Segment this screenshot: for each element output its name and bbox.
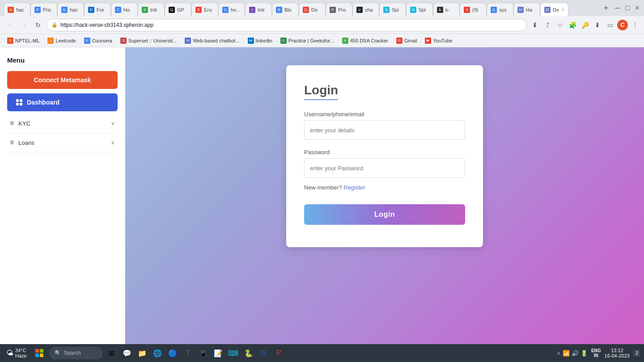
- username-input[interactable]: [304, 120, 465, 140]
- bookmark-coursera[interactable]: G Coursera: [80, 36, 116, 45]
- sidebar: Menu Connect Metamask Dashboard ≡ KYC ∨ …: [0, 47, 125, 344]
- tab-title-5: Ho: [123, 7, 130, 13]
- address-bar[interactable]: 🔒 https://hack-verse-cb3143.spheron.app: [47, 19, 527, 31]
- chevron-up-icon[interactable]: ∧: [557, 350, 561, 356]
- cast-icon[interactable]: ▭: [605, 20, 615, 30]
- login-button[interactable]: Login: [304, 204, 465, 225]
- tab-6[interactable]: S Inti: [138, 3, 165, 16]
- bookmark-linkedin[interactable]: in linkedin: [244, 36, 276, 45]
- tab-2[interactable]: P Pric: [30, 3, 57, 16]
- sidebar-item-loans[interactable]: ≡ Loans ∨: [7, 133, 118, 152]
- connect-metamask-button[interactable]: Connect Metamask: [7, 71, 118, 89]
- reload-button[interactable]: ↻: [32, 19, 44, 31]
- tab-18[interactable]: Y (9): [460, 3, 487, 16]
- tab-favicon-8: E: [195, 7, 202, 13]
- svg-rect-3: [40, 354, 43, 357]
- download2-icon[interactable]: ⬇: [592, 20, 603, 30]
- taskbar-system-tray: ∧ 📶 🔊 🔋 ENGIN 13:12 16-04-2023 2: [557, 348, 640, 358]
- bookmark-superset[interactable]: S Superset :: Universit...: [117, 36, 180, 45]
- taskbar-icon-widgets[interactable]: ⊞: [105, 346, 119, 360]
- bookmark-star-icon[interactable]: ☆: [555, 20, 565, 30]
- bookmark-nptel[interactable]: S NPTEL-ML: [4, 36, 43, 45]
- download-icon[interactable]: ⬇: [530, 20, 540, 30]
- notification-badge[interactable]: 2: [633, 349, 640, 357]
- sidebar-kyc-left: ≡ KYC: [10, 119, 30, 127]
- tab-13[interactable]: P Pro: [326, 3, 352, 16]
- tab-title-2: Pric: [43, 7, 51, 13]
- password-manager-icon[interactable]: 🔑: [580, 20, 590, 30]
- new-tab-button[interactable]: +: [601, 4, 611, 13]
- bookmarks-bar: S NPTEL-ML L Leetcode G Coursera S Super…: [0, 34, 644, 47]
- taskbar-icon-chrome[interactable]: 🔵: [165, 346, 180, 360]
- tab-favicon-6: S: [142, 7, 148, 13]
- minimize-button[interactable]: ─: [614, 5, 621, 11]
- profile-avatar[interactable]: C: [617, 20, 628, 30]
- tab-3[interactable]: G hac: [57, 3, 84, 16]
- dashboard-label: Dashboard: [27, 99, 59, 106]
- taskbar-icon-edge[interactable]: 🌐: [150, 346, 165, 360]
- taskbar-icon-teams[interactable]: T: [181, 346, 195, 360]
- taskbar-search-bar[interactable]: 🔍 Search: [49, 347, 103, 359]
- tab-12[interactable]: D Do: [299, 3, 326, 16]
- battery-icon[interactable]: 🔋: [580, 350, 588, 357]
- sidebar-item-kyc[interactable]: ≡ KYC ∨: [7, 114, 118, 133]
- bookmark-youtube[interactable]: ▶ YouTube: [421, 36, 456, 45]
- tab-10[interactable]: I Intr: [245, 3, 272, 16]
- bookmark-favicon-leetcode: L: [47, 38, 54, 44]
- tab-5[interactable]: C Ho: [111, 3, 138, 16]
- title-bar-buttons: + ─ □ ×: [601, 4, 640, 13]
- tab-15[interactable]: S Spi: [379, 3, 406, 16]
- password-input[interactable]: [304, 158, 465, 178]
- bookmark-450dsa[interactable]: 4 450 DSA Cracker: [339, 36, 392, 45]
- tab-16[interactable]: S Spl: [406, 3, 433, 16]
- taskbar-icon-explorer[interactable]: 📁: [135, 346, 149, 360]
- tab-title-8: Enc: [204, 7, 212, 13]
- tab-4[interactable]: F Fre: [84, 3, 111, 16]
- tab-1[interactable]: h hac: [4, 3, 30, 16]
- taskbar-icon-powerpoint[interactable]: P: [272, 346, 286, 360]
- taskbar-icon-whatsapp[interactable]: 📱: [196, 346, 210, 360]
- clock-time: 13:12: [605, 348, 630, 353]
- chevron-down-icon-kyc: ∨: [111, 120, 115, 126]
- tab-7[interactable]: G GP: [165, 3, 191, 16]
- maximize-button[interactable]: □: [624, 5, 631, 11]
- close-button[interactable]: ×: [634, 5, 640, 11]
- tab-favicon-9: G: [222, 7, 229, 13]
- language-indicator[interactable]: ENGIN: [591, 348, 601, 358]
- bookmark-label-450dsa: 450 DSA Cracker: [350, 38, 388, 43]
- tab-8[interactable]: E Enc: [191, 3, 218, 16]
- volume-icon[interactable]: 🔊: [572, 350, 579, 357]
- taskbar-icon-chat[interactable]: 💬: [120, 346, 134, 360]
- bookmark-leetcode[interactable]: L Leetcode: [44, 36, 79, 45]
- share-icon[interactable]: ⤴: [542, 20, 553, 30]
- back-button[interactable]: ←: [4, 19, 15, 31]
- taskbar-icon-dev[interactable]: ⌨: [226, 346, 241, 360]
- tab-favicon-3: G: [61, 7, 68, 13]
- tab-11[interactable]: B Blo: [272, 3, 299, 16]
- tab-20[interactable]: H Ha: [513, 3, 540, 16]
- bookmark-gmail[interactable]: G Gmail: [393, 36, 421, 45]
- taskbar-icon-notes[interactable]: 📝: [211, 346, 225, 360]
- loans-label: Loans: [18, 139, 34, 146]
- tab-17[interactable]: k k-: [433, 3, 460, 16]
- password-label: Password: [304, 149, 465, 156]
- network-icon[interactable]: 📶: [563, 350, 570, 357]
- register-link[interactable]: Register: [343, 184, 365, 191]
- tab-favicon-14: c: [356, 7, 363, 13]
- taskbar-icon-pycharm[interactable]: 🐍: [242, 346, 256, 360]
- tab-14[interactable]: c cha: [352, 3, 379, 16]
- tab-9[interactable]: G ho...: [218, 3, 245, 16]
- start-button[interactable]: [31, 345, 47, 361]
- forward-button[interactable]: →: [18, 19, 30, 31]
- bookmark-geeksforgeeks[interactable]: G Practice | Geeksfor...: [277, 36, 338, 45]
- extensions-icon[interactable]: 🧩: [567, 20, 578, 30]
- title-bar: h hac P Pric G hac F Fre C Ho S Inti: [0, 0, 644, 16]
- menu-dots-icon[interactable]: ⋮: [630, 20, 640, 30]
- weather-temp: 34°C: [15, 348, 27, 353]
- dashboard-button[interactable]: Dashboard: [7, 93, 118, 111]
- tab-21[interactable]: D De ×: [540, 3, 568, 16]
- bookmark-chatbot[interactable]: W Web-based chatbot...: [181, 36, 243, 45]
- tab-close-21[interactable]: ×: [561, 7, 564, 13]
- taskbar-icon-word[interactable]: W: [257, 346, 271, 360]
- tab-19[interactable]: G sys: [487, 3, 513, 16]
